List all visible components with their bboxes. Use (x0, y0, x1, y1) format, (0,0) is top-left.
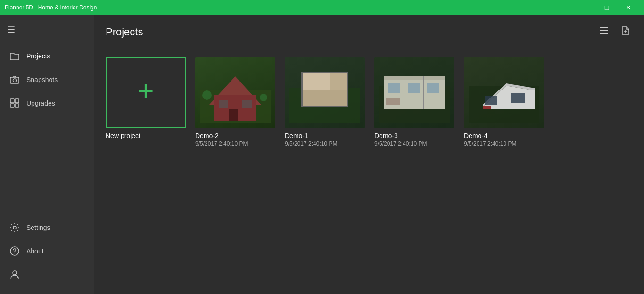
svg-rect-25 (301, 72, 330, 90)
svg-rect-29 (301, 72, 303, 107)
svg-rect-4 (10, 104, 14, 107)
project-name-demo-4: Demo-4 (464, 132, 544, 139)
svg-rect-34 (384, 76, 445, 80)
close-button[interactable]: ✕ (618, 0, 639, 15)
header-actions (597, 24, 633, 40)
svg-rect-37 (388, 83, 400, 93)
svg-rect-38 (408, 83, 420, 93)
project-date-demo-1: 9/5/2017 2:40:10 PM (285, 140, 365, 147)
sidebar-item-snapshots[interactable]: Snapshots (0, 68, 94, 91)
demo-2-preview (200, 62, 271, 123)
demo-3-preview (379, 62, 450, 123)
maximize-button[interactable]: □ (596, 0, 618, 15)
svg-rect-46 (485, 96, 497, 105)
project-date-demo-3: 9/5/2017 2:40:10 PM (374, 140, 454, 147)
svg-rect-2 (10, 99, 14, 103)
folder-icon (9, 51, 20, 61)
hamburger-menu-button[interactable]: ☰ (6, 23, 89, 37)
demo-1-preview (289, 62, 360, 123)
svg-rect-0 (10, 77, 19, 83)
sidebar-item-account[interactable] (0, 263, 94, 286)
project-date-demo-4: 9/5/2017 2:40:10 PM (464, 140, 544, 147)
svg-rect-3 (15, 99, 19, 103)
svg-rect-19 (242, 100, 252, 108)
sidebar-bottom: Settings About (0, 216, 94, 294)
projects-grid: + New project (94, 46, 644, 294)
projects-nav-label: Projects (26, 52, 50, 60)
settings-icon (9, 222, 20, 233)
minimize-button[interactable]: ─ (574, 0, 596, 15)
snapshots-nav-label: Snapshots (26, 76, 58, 83)
new-project-thumbnail[interactable]: + (106, 57, 186, 128)
plus-icon: + (137, 77, 154, 105)
project-date-demo-2: 9/5/2017 2:40:10 PM (195, 140, 275, 147)
account-icon (9, 270, 20, 280)
svg-point-9 (13, 271, 17, 275)
svg-rect-47 (483, 106, 491, 109)
svg-point-21 (202, 90, 212, 100)
svg-rect-45 (511, 93, 525, 103)
project-name-demo-3: Demo-3 (374, 132, 454, 139)
sidebar-nav: Projects Snapshots (0, 41, 94, 216)
window-controls: ─ □ ✕ (574, 0, 639, 15)
main-header: Projects (94, 15, 644, 46)
svg-rect-40 (386, 98, 400, 105)
project-thumbnail-demo-4 (464, 57, 544, 128)
svg-point-6 (13, 226, 16, 229)
settings-nav-label: Settings (26, 224, 50, 231)
project-card-demo-1[interactable]: Demo-1 9/5/2017 2:40:10 PM (285, 57, 365, 147)
demo-4-preview (469, 62, 539, 123)
project-card-demo-4[interactable]: Demo-4 9/5/2017 2:40:10 PM (464, 57, 544, 147)
project-thumbnail-demo-2 (195, 57, 275, 128)
project-card-demo-2[interactable]: Demo-2 9/5/2017 2:40:10 PM (195, 57, 275, 147)
svg-point-8 (14, 253, 15, 254)
project-card-demo-3[interactable]: Demo-3 9/5/2017 2:40:10 PM (374, 57, 454, 147)
sidebar-item-settings[interactable]: Settings (0, 216, 94, 239)
sidebar-item-upgrades[interactable]: Upgrades (0, 91, 94, 115)
upgrades-icon (9, 98, 20, 108)
project-name-demo-2: Demo-2 (195, 132, 275, 139)
svg-rect-31 (301, 106, 348, 107)
camera-icon (9, 74, 20, 85)
about-nav-label: About (26, 247, 44, 255)
app-title: Planner 5D - Home & Interior Design (5, 4, 97, 11)
svg-rect-26 (330, 72, 348, 90)
sidebar: ☰ Projects (0, 15, 94, 294)
main-content: Projects (94, 15, 644, 294)
svg-rect-5 (15, 104, 19, 107)
project-thumbnail-demo-1 (285, 57, 365, 128)
new-project-icon-button[interactable] (619, 24, 633, 40)
sidebar-item-about[interactable]: About (0, 239, 94, 263)
upgrades-nav-label: Upgrades (26, 99, 55, 107)
page-title: Projects (106, 26, 143, 38)
svg-rect-20 (229, 109, 238, 121)
svg-rect-28 (301, 72, 348, 73)
new-project-card[interactable]: + New project (106, 57, 186, 147)
sidebar-item-projects[interactable]: Projects (0, 44, 94, 68)
svg-point-1 (13, 79, 17, 82)
titlebar: Planner 5D - Home & Interior Design ─ □ … (0, 0, 644, 15)
svg-point-22 (260, 94, 267, 101)
project-name-demo-1: Demo-1 (285, 132, 365, 139)
sidebar-top: ☰ (0, 15, 94, 41)
svg-rect-18 (219, 100, 228, 108)
list-view-button[interactable] (597, 24, 611, 40)
new-project-label: New project (106, 132, 186, 139)
help-icon (9, 246, 20, 256)
project-thumbnail-demo-3 (374, 57, 454, 128)
svg-rect-27 (301, 90, 348, 107)
svg-rect-39 (427, 83, 439, 93)
app-layout: ☰ Projects (0, 15, 644, 294)
svg-rect-30 (347, 72, 348, 107)
